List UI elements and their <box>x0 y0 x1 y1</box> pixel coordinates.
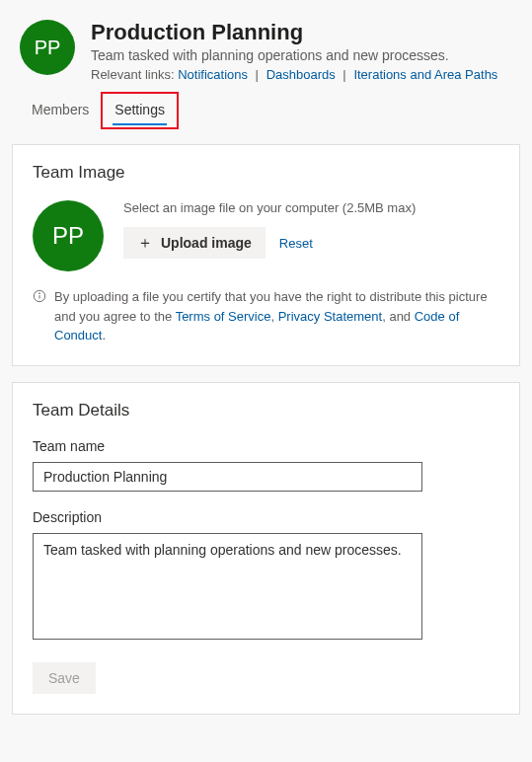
terms-of-service-link[interactable]: Terms of Service <box>176 309 271 324</box>
save-button[interactable]: Save <box>33 662 96 694</box>
description-textarea[interactable] <box>33 533 422 640</box>
separator: | <box>342 67 345 82</box>
team-title: Production Planning <box>91 20 512 45</box>
tab-settings[interactable]: Settings <box>101 92 179 129</box>
reset-link[interactable]: Reset <box>279 236 313 251</box>
dashboards-link[interactable]: Dashboards <box>266 67 336 82</box>
image-controls: Select an image file on your computer (2… <box>123 200 499 259</box>
upload-image-button[interactable]: ＋ Upload image <box>123 227 266 259</box>
upload-button-label: Upload image <box>161 235 252 251</box>
comma: , <box>270 309 277 324</box>
upload-disclaimer: By uploading a file you certify that you… <box>33 287 499 345</box>
team-description: Team tasked with planning operations and… <box>91 47 512 63</box>
team-header: PP Production Planning Team tasked with … <box>0 0 532 82</box>
team-image-row: PP Select an image file on your computer… <box>33 200 499 271</box>
team-image-avatar: PP <box>33 200 104 271</box>
team-details-card: Team Details Team name Description Save <box>12 382 520 715</box>
svg-point-2 <box>39 293 40 294</box>
relevant-links-row: Relevant links: Notifications | Dashboar… <box>91 67 512 82</box>
separator: | <box>256 67 259 82</box>
privacy-statement-link[interactable]: Privacy Statement <box>278 309 383 324</box>
and: , and <box>382 309 415 324</box>
disclaimer-text: By uploading a file you certify that you… <box>54 287 499 345</box>
team-name-input[interactable] <box>33 462 422 492</box>
team-image-card: Team Image PP Select an image file on yo… <box>12 144 520 366</box>
period: . <box>102 328 106 343</box>
info-icon <box>33 289 46 303</box>
links-label: Relevant links: <box>91 67 175 82</box>
team-avatar: PP <box>20 20 75 75</box>
header-info: Production Planning Team tasked with pla… <box>91 20 512 82</box>
iterations-link[interactable]: Iterations and Area Paths <box>353 67 497 82</box>
team-name-label: Team name <box>33 438 499 454</box>
upload-hint: Select an image file on your computer (2… <box>123 200 499 215</box>
plus-icon: ＋ <box>137 235 153 251</box>
upload-row: ＋ Upload image Reset <box>123 227 499 259</box>
tabs-bar: Members Settings <box>0 82 532 128</box>
team-details-title: Team Details <box>33 401 499 420</box>
team-image-title: Team Image <box>33 163 499 183</box>
description-label: Description <box>33 509 499 525</box>
tab-members[interactable]: Members <box>20 94 101 127</box>
notifications-link[interactable]: Notifications <box>178 67 248 82</box>
